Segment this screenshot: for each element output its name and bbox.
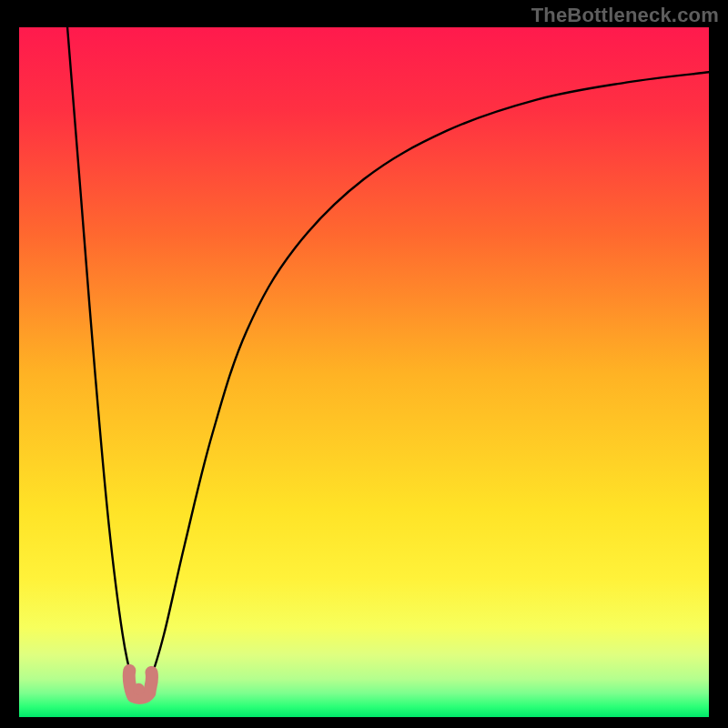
optimal-marker [19,27,709,717]
plot-area [19,27,709,717]
chart-frame: TheBottleneck.com [0,0,728,728]
svg-point-1 [133,683,145,695]
watermark-text: TheBottleneck.com [531,4,719,27]
